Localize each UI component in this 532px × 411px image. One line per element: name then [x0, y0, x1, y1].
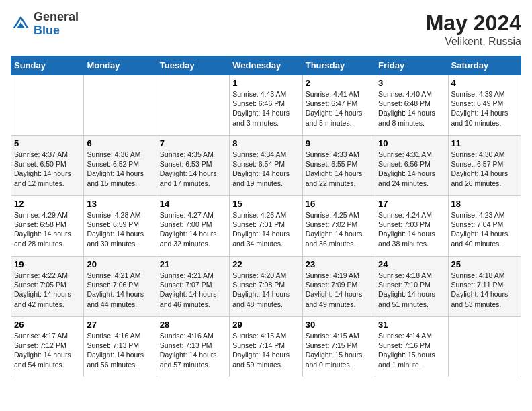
day-of-week-monday: Monday — [84, 56, 157, 75]
day-info: Sunrise: 4:18 AM Sunset: 7:11 PM Dayligh… — [451, 271, 518, 309]
calendar-cell: 19Sunrise: 4:22 AM Sunset: 7:05 PM Dayli… — [11, 257, 84, 317]
logo-icon — [11, 14, 31, 34]
page-header: General Blue May 2024 Velikent, Russia — [11, 11, 521, 48]
day-number: 27 — [87, 320, 153, 330]
calendar-cell: 8Sunrise: 4:34 AM Sunset: 6:54 PM Daylig… — [230, 136, 302, 196]
day-info: Sunrise: 4:17 AM Sunset: 7:12 PM Dayligh… — [14, 331, 81, 369]
calendar-cell: 24Sunrise: 4:18 AM Sunset: 7:10 PM Dayli… — [375, 257, 448, 317]
day-number: 26 — [14, 320, 81, 330]
day-number: 15 — [232, 199, 299, 209]
calendar-cell: 4Sunrise: 4:39 AM Sunset: 6:49 PM Daylig… — [448, 75, 521, 136]
calendar-cell: 18Sunrise: 4:23 AM Sunset: 7:04 PM Dayli… — [448, 196, 521, 257]
day-info: Sunrise: 4:21 AM Sunset: 7:06 PM Dayligh… — [87, 271, 153, 309]
calendar-cell: 17Sunrise: 4:24 AM Sunset: 7:03 PM Dayli… — [375, 196, 448, 257]
calendar-cell: 3Sunrise: 4:40 AM Sunset: 6:48 PM Daylig… — [375, 75, 448, 136]
day-number: 23 — [306, 259, 372, 269]
day-info: Sunrise: 4:19 AM Sunset: 7:09 PM Dayligh… — [306, 271, 372, 309]
day-info: Sunrise: 4:33 AM Sunset: 6:55 PM Dayligh… — [306, 150, 372, 188]
calendar-cell — [84, 75, 157, 136]
calendar-cell — [448, 317, 521, 377]
day-info: Sunrise: 4:29 AM Sunset: 6:58 PM Dayligh… — [14, 210, 81, 248]
calendar-cell — [11, 75, 84, 136]
day-info: Sunrise: 4:40 AM Sunset: 6:48 PM Dayligh… — [378, 89, 445, 128]
calendar-cell: 14Sunrise: 4:27 AM Sunset: 7:00 PM Dayli… — [157, 196, 229, 257]
day-info: Sunrise: 4:23 AM Sunset: 7:04 PM Dayligh… — [451, 210, 518, 248]
day-info: Sunrise: 4:28 AM Sunset: 6:59 PM Dayligh… — [87, 210, 153, 248]
logo-blue: Blue — [34, 24, 60, 37]
day-info: Sunrise: 4:36 AM Sunset: 6:52 PM Dayligh… — [87, 150, 153, 188]
day-number: 21 — [160, 259, 226, 269]
calendar-cell: 20Sunrise: 4:21 AM Sunset: 7:06 PM Dayli… — [84, 257, 157, 317]
title-block: May 2024 Velikent, Russia — [426, 11, 521, 48]
day-info: Sunrise: 4:18 AM Sunset: 7:10 PM Dayligh… — [378, 271, 445, 309]
calendar-cell: 22Sunrise: 4:20 AM Sunset: 7:08 PM Dayli… — [230, 257, 302, 317]
day-of-week-tuesday: Tuesday — [157, 56, 229, 75]
calendar-week-row: 26Sunrise: 4:17 AM Sunset: 7:12 PM Dayli… — [11, 317, 521, 377]
day-info: Sunrise: 4:24 AM Sunset: 7:03 PM Dayligh… — [378, 210, 445, 248]
logo-general: General — [34, 10, 79, 24]
day-info: Sunrise: 4:21 AM Sunset: 7:07 PM Dayligh… — [160, 271, 226, 309]
day-number: 13 — [87, 199, 153, 209]
calendar-cell: 10Sunrise: 4:31 AM Sunset: 6:56 PM Dayli… — [375, 136, 448, 196]
calendar-title: May 2024 — [426, 11, 521, 36]
day-number: 20 — [87, 259, 153, 269]
calendar-cell: 25Sunrise: 4:18 AM Sunset: 7:11 PM Dayli… — [448, 257, 521, 317]
calendar-table: SundayMondayTuesdayWednesdayThursdayFrid… — [11, 56, 521, 377]
calendar-week-row: 19Sunrise: 4:22 AM Sunset: 7:05 PM Dayli… — [11, 257, 521, 317]
day-number: 22 — [232, 259, 299, 269]
day-of-week-friday: Friday — [375, 56, 448, 75]
day-number: 19 — [14, 259, 81, 269]
day-number: 25 — [451, 259, 518, 269]
calendar-cell: 30Sunrise: 4:15 AM Sunset: 7:15 PM Dayli… — [302, 317, 375, 377]
calendar-cell: 7Sunrise: 4:35 AM Sunset: 6:53 PM Daylig… — [157, 136, 229, 196]
calendar-cell: 1Sunrise: 4:43 AM Sunset: 6:46 PM Daylig… — [230, 75, 302, 136]
day-info: Sunrise: 4:16 AM Sunset: 7:13 PM Dayligh… — [87, 331, 153, 369]
day-number: 29 — [232, 320, 299, 330]
day-info: Sunrise: 4:37 AM Sunset: 6:50 PM Dayligh… — [14, 150, 81, 188]
day-info: Sunrise: 4:27 AM Sunset: 7:00 PM Dayligh… — [160, 210, 226, 248]
day-number: 11 — [451, 138, 518, 148]
day-info: Sunrise: 4:20 AM Sunset: 7:08 PM Dayligh… — [232, 271, 299, 309]
day-info: Sunrise: 4:26 AM Sunset: 7:01 PM Dayligh… — [232, 210, 299, 248]
day-info: Sunrise: 4:30 AM Sunset: 6:57 PM Dayligh… — [451, 150, 518, 188]
calendar-week-row: 1Sunrise: 4:43 AM Sunset: 6:46 PM Daylig… — [11, 75, 521, 136]
day-info: Sunrise: 4:25 AM Sunset: 7:02 PM Dayligh… — [306, 210, 372, 248]
day-of-week-thursday: Thursday — [302, 56, 375, 75]
day-number: 2 — [306, 78, 372, 88]
day-info: Sunrise: 4:31 AM Sunset: 6:56 PM Dayligh… — [378, 150, 445, 188]
day-number: 10 — [378, 138, 445, 148]
day-info: Sunrise: 4:15 AM Sunset: 7:15 PM Dayligh… — [306, 331, 372, 369]
day-info: Sunrise: 4:35 AM Sunset: 6:53 PM Dayligh… — [160, 150, 226, 188]
day-number: 24 — [378, 259, 445, 269]
day-number: 17 — [378, 199, 445, 209]
day-number: 5 — [14, 138, 81, 148]
calendar-week-row: 5Sunrise: 4:37 AM Sunset: 6:50 PM Daylig… — [11, 136, 521, 196]
calendar-cell: 23Sunrise: 4:19 AM Sunset: 7:09 PM Dayli… — [302, 257, 375, 317]
calendar-week-row: 12Sunrise: 4:29 AM Sunset: 6:58 PM Dayli… — [11, 196, 521, 257]
calendar-cell — [157, 75, 229, 136]
logo: General Blue — [11, 11, 79, 38]
calendar-cell: 6Sunrise: 4:36 AM Sunset: 6:52 PM Daylig… — [84, 136, 157, 196]
day-number: 1 — [232, 78, 299, 88]
calendar-cell: 29Sunrise: 4:15 AM Sunset: 7:14 PM Dayli… — [230, 317, 302, 377]
day-info: Sunrise: 4:15 AM Sunset: 7:14 PM Dayligh… — [232, 331, 299, 369]
calendar-cell: 31Sunrise: 4:14 AM Sunset: 7:16 PM Dayli… — [375, 317, 448, 377]
day-number: 28 — [160, 320, 226, 330]
day-of-week-wednesday: Wednesday — [230, 56, 302, 75]
day-number: 14 — [160, 199, 226, 209]
logo-text: General Blue — [34, 11, 79, 38]
day-info: Sunrise: 4:14 AM Sunset: 7:16 PM Dayligh… — [378, 331, 445, 369]
day-info: Sunrise: 4:41 AM Sunset: 6:47 PM Dayligh… — [306, 89, 372, 128]
day-number: 6 — [87, 138, 153, 148]
day-number: 7 — [160, 138, 226, 148]
day-number: 12 — [14, 199, 81, 209]
day-of-week-sunday: Sunday — [11, 56, 84, 75]
calendar-cell: 16Sunrise: 4:25 AM Sunset: 7:02 PM Dayli… — [302, 196, 375, 257]
calendar-cell: 27Sunrise: 4:16 AM Sunset: 7:13 PM Dayli… — [84, 317, 157, 377]
day-number: 30 — [306, 320, 372, 330]
calendar-cell: 11Sunrise: 4:30 AM Sunset: 6:57 PM Dayli… — [448, 136, 521, 196]
day-info: Sunrise: 4:22 AM Sunset: 7:05 PM Dayligh… — [14, 271, 81, 309]
day-info: Sunrise: 4:34 AM Sunset: 6:54 PM Dayligh… — [232, 150, 299, 188]
calendar-cell: 13Sunrise: 4:28 AM Sunset: 6:59 PM Dayli… — [84, 196, 157, 257]
calendar-cell: 26Sunrise: 4:17 AM Sunset: 7:12 PM Dayli… — [11, 317, 84, 377]
